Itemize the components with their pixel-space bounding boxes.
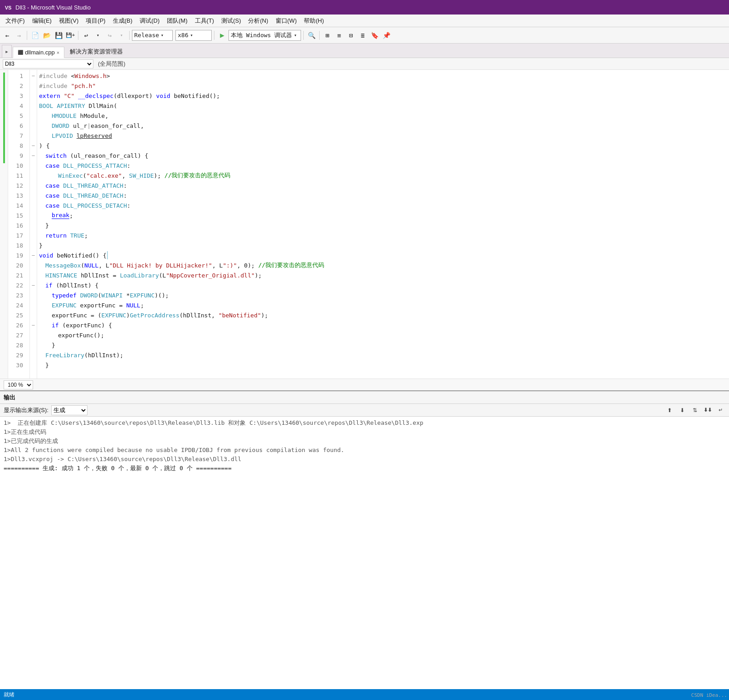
code-lines[interactable]: #include <Windows.h> #include "pch.h" ex… bbox=[37, 70, 729, 379]
fold-8[interactable]: ─ bbox=[30, 141, 37, 151]
back-button[interactable]: ← bbox=[2, 30, 13, 41]
toolbar-btn-5[interactable]: 🔖 bbox=[369, 30, 380, 41]
code-line-28: } bbox=[39, 340, 729, 350]
main-content: ▶ ⬛ dllmain.cpp × 解决方案资源管理器 Dll3 (全局范围) … bbox=[0, 44, 729, 700]
fold-15 bbox=[30, 210, 37, 220]
menu-file[interactable]: 文件(F) bbox=[2, 15, 29, 27]
debug-play-button[interactable]: ▶ bbox=[217, 30, 228, 41]
left-panel-tabs[interactable]: ▶ bbox=[2, 45, 12, 58]
menu-build[interactable]: 生成(B) bbox=[109, 15, 136, 27]
file-dropdown[interactable]: Dll3 bbox=[3, 59, 93, 68]
output-source-label: 显示输出来源(S): bbox=[4, 406, 49, 414]
menu-window[interactable]: 窗口(W) bbox=[272, 15, 301, 27]
save-button[interactable]: 💾 bbox=[53, 30, 64, 41]
menu-debug[interactable]: 调试(D) bbox=[136, 15, 163, 27]
indent-7 bbox=[39, 132, 52, 139]
output-btn-1[interactable]: ⬆ bbox=[665, 405, 675, 415]
output-btn-3[interactable]: ⇅ bbox=[690, 405, 700, 415]
undo-dropdown[interactable]: ▾ bbox=[92, 30, 103, 41]
toolbar-btn-6[interactable]: 📌 bbox=[381, 30, 392, 41]
output-line-6: ========== 生成: 成功 1 个，失败 0 个，最新 0 个，跳过 0… bbox=[4, 464, 725, 473]
menu-analyze[interactable]: 分析(N) bbox=[244, 15, 272, 27]
new-file-button[interactable]: 📄 bbox=[29, 30, 40, 41]
indent-16 bbox=[39, 222, 45, 229]
toolbar: ← → 📄 📂 💾 💾+ ↩ ▾ ↪ ▾ Release ▾ x86 ▾ ▶ 本… bbox=[0, 27, 729, 44]
debug-target-dropdown[interactable]: 本地 Windows 调试器 ▾ bbox=[228, 30, 301, 41]
toolbar-btn-1[interactable]: ⊞ bbox=[322, 30, 333, 41]
debug-target-dropdown-arrow: ▾ bbox=[294, 33, 296, 38]
indent-9a bbox=[39, 152, 45, 159]
output-btn-5[interactable]: ↵ bbox=[715, 405, 725, 415]
redo-button[interactable]: ↪ bbox=[104, 30, 115, 41]
ln-6: 6 bbox=[8, 121, 26, 131]
save-all-button[interactable]: 💾+ bbox=[65, 30, 76, 41]
kw-case-2: case bbox=[45, 182, 59, 189]
indent-25 bbox=[39, 312, 52, 319]
code-line-16: } bbox=[39, 220, 729, 230]
menu-tools[interactable]: 工具(T) bbox=[191, 15, 218, 27]
change-indicator bbox=[3, 73, 5, 163]
fn-loadlib: LoadLibrary bbox=[120, 272, 159, 279]
code-line-24: EXPFUNC exportFunc = NULL; bbox=[39, 300, 729, 310]
fold-26[interactable]: ─ bbox=[30, 320, 37, 330]
fold-28 bbox=[30, 340, 37, 350]
zoom-select[interactable]: 100 % 75 % 125 % 150 % bbox=[4, 380, 33, 389]
ln-8: 8 bbox=[8, 141, 26, 151]
menu-view[interactable]: 视图(V) bbox=[55, 15, 82, 27]
str-2: "pch.h" bbox=[71, 83, 96, 89]
fold-9[interactable]: ─ bbox=[30, 151, 37, 160]
tab-solution-explorer[interactable]: 解决方案资源管理器 bbox=[64, 46, 128, 58]
type-dword: DWORD bbox=[52, 122, 69, 129]
configuration-dropdown[interactable]: Release ▾ bbox=[132, 30, 173, 41]
fold-29 bbox=[30, 350, 37, 360]
ln-5: 5 bbox=[8, 111, 26, 121]
menu-team[interactable]: 团队(M) bbox=[163, 15, 191, 27]
indent-10 bbox=[39, 162, 45, 169]
redo-dropdown[interactable]: ▾ bbox=[116, 30, 127, 41]
indent-12 bbox=[39, 182, 45, 189]
toolbar-btn-4[interactable]: ≣ bbox=[357, 30, 368, 41]
ln-14: 14 bbox=[8, 200, 26, 210]
output-source-select[interactable]: 生成 bbox=[51, 405, 87, 415]
toolbar-btn-3[interactable]: ⊟ bbox=[345, 30, 356, 41]
menu-edit[interactable]: 编辑(E) bbox=[29, 15, 55, 27]
const-winapi: WINAPI bbox=[102, 292, 123, 299]
ln-22: 22 bbox=[8, 280, 26, 290]
undo-button[interactable]: ↩ bbox=[81, 30, 92, 41]
fold-30 bbox=[30, 360, 37, 370]
code-line-12: case DLL_THREAD_ATTACH: bbox=[39, 180, 729, 190]
separator-2 bbox=[78, 31, 78, 40]
angle-1b: > bbox=[107, 73, 110, 79]
code-line-20: MessageBox(NULL, L"DLL Hijack! by DLLHij… bbox=[39, 260, 729, 270]
menu-bar: 文件(F) 编辑(E) 视图(V) 项目(P) 生成(B) 调试(D) 团队(M… bbox=[0, 15, 729, 27]
code-line-4: BOOL APIENTRY DllMain( bbox=[39, 101, 729, 111]
platform-dropdown[interactable]: x86 ▾ bbox=[175, 30, 212, 41]
fold-22[interactable]: ─ bbox=[30, 280, 37, 290]
zoom-control[interactable]: 100 % 75 % 125 % 150 % bbox=[4, 380, 33, 389]
tab-dllmain-close[interactable]: × bbox=[57, 50, 59, 55]
ln-17: 17 bbox=[8, 230, 26, 240]
output-btn-2[interactable]: ⬇ bbox=[677, 405, 687, 415]
forward-button[interactable]: → bbox=[14, 30, 24, 41]
code-line-26: if (exportFunc) { bbox=[39, 320, 729, 330]
fold-1[interactable]: ─ bbox=[30, 71, 37, 81]
fold-19[interactable]: ─ bbox=[30, 250, 37, 260]
cast-expfunc: EXPFUNC bbox=[102, 312, 126, 319]
tab-dllmain[interactable]: ⬛ dllmain.cpp × bbox=[13, 47, 64, 58]
output-toolbar: 显示输出来源(S): 生成 ⬆ ⬇ ⇅ ⬇⬇ ↵ bbox=[0, 404, 729, 417]
menu-help[interactable]: 帮助(H) bbox=[300, 15, 327, 27]
search-button[interactable]: 🔍 bbox=[306, 30, 317, 41]
output-line-2: 1>正在生成代码 bbox=[4, 428, 725, 437]
comment-2: //我们要攻击的恶意代码 bbox=[258, 261, 325, 269]
output-btn-4[interactable]: ⬇⬇ bbox=[703, 405, 713, 415]
tab-bar: ▶ ⬛ dllmain.cpp × 解决方案资源管理器 bbox=[0, 44, 729, 58]
menu-project[interactable]: 项目(P) bbox=[82, 15, 109, 27]
toolbar-btn-2[interactable]: ≡ bbox=[334, 30, 345, 41]
indent-6 bbox=[39, 122, 52, 129]
menu-test[interactable]: 测试(S) bbox=[218, 15, 244, 27]
output-content[interactable]: 1> 正在创建库 C:\Users\13460\source\repos\Dll… bbox=[0, 417, 729, 507]
ln-9: 9 bbox=[8, 151, 26, 160]
open-file-button[interactable]: 📂 bbox=[41, 30, 52, 41]
type-expfunc2: EXPFUNC bbox=[52, 302, 77, 309]
configuration-label: Release bbox=[134, 32, 159, 39]
